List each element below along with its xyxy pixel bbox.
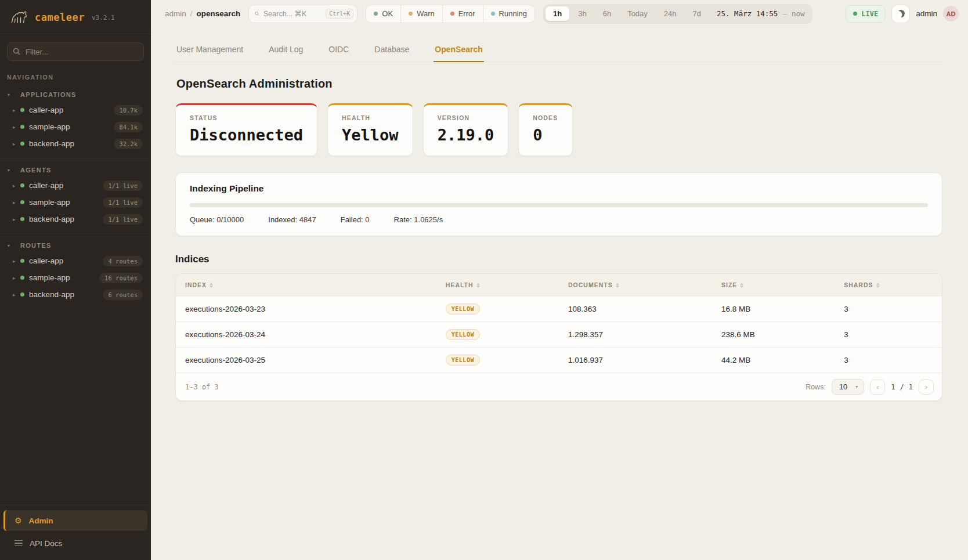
column-header-index[interactable]: INDEX	[176, 274, 436, 296]
cell-shards: 3	[835, 298, 942, 320]
stat-value: 0	[533, 126, 558, 144]
table-header-row: INDEX HEALTH DOCUMENTS SIZE SHARDS	[176, 274, 942, 296]
navigation-label: NAVIGATION	[0, 63, 151, 83]
column-header-size[interactable]: SIZE	[712, 274, 835, 296]
status-dot	[20, 200, 24, 204]
content: User Management Audit Log OIDC Database …	[151, 27, 968, 560]
section-label: AGENTS	[20, 167, 52, 174]
column-header-health[interactable]: HEALTH	[436, 274, 559, 296]
stat-value: Yellow	[342, 126, 399, 144]
rows-per-page-value: 10	[839, 382, 847, 391]
status-dot	[20, 292, 24, 297]
table-row[interactable]: executions-2026-03-25 YELLOW 1.016.937 4…	[176, 347, 942, 373]
page-indicator: 1 / 1	[891, 382, 913, 391]
global-search[interactable]: Ctrl+K	[248, 5, 357, 23]
sidebar-item-routes-sample-app[interactable]: ▸ sample-app 16 routes	[0, 269, 151, 286]
sidebar-item-applications-caller-app[interactable]: ▸ caller-app 10.7k	[0, 102, 151, 118]
breadcrumb-separator: /	[190, 9, 193, 18]
api-docs-label: API Docs	[30, 539, 62, 548]
table-row[interactable]: executions-2026-03-24 YELLOW 1.298.357 2…	[176, 321, 942, 347]
cell-index: executions-2026-03-24	[176, 323, 436, 346]
tab-opensearch[interactable]: OpenSearch	[434, 40, 483, 62]
time-range-1h[interactable]: 1h	[546, 6, 569, 21]
routes-badge: 16 routes	[99, 273, 143, 283]
live-toggle[interactable]: LIVE	[846, 5, 886, 23]
routes-badge: 6 routes	[103, 290, 143, 300]
status-dot	[20, 108, 24, 112]
status-dot	[20, 142, 24, 146]
sidebar-item-admin[interactable]: ⚙ Admin	[3, 510, 147, 531]
sidebar-item-applications-sample-app[interactable]: ▸ sample-app 84.1k	[0, 118, 151, 135]
date-range-display[interactable]: 25. März 14:55 — now	[717, 9, 804, 18]
cell-size: 238.6 MB	[712, 323, 835, 346]
dark-mode-toggle[interactable]	[891, 5, 910, 23]
sidebar-item-applications-backend-app[interactable]: ▸ backend-app 32.2k	[0, 135, 151, 152]
filter-warn-button[interactable]: Warn	[400, 5, 442, 23]
next-page-button[interactable]: ›	[919, 380, 934, 395]
avatar[interactable]: AD	[943, 6, 959, 21]
rows-per-page-label: Rows:	[806, 383, 826, 391]
tab-oidc[interactable]: OIDC	[327, 40, 350, 62]
sort-icon	[876, 283, 880, 288]
error-dot	[450, 12, 454, 16]
filter-label: Warn	[417, 9, 435, 18]
section-header-routes[interactable]: ▾ ROUTES	[0, 237, 151, 252]
filter-running-button[interactable]: Running	[483, 5, 534, 23]
stat-label: NODES	[533, 114, 558, 121]
section-header-applications[interactable]: ▾ APPLICATIONS	[0, 86, 151, 102]
gear-icon: ⚙	[15, 516, 22, 525]
breadcrumb-current: opensearch	[197, 9, 241, 18]
health-badge: YELLOW	[446, 304, 480, 315]
search-input[interactable]	[263, 10, 322, 18]
sidebar-item-routes-caller-app[interactable]: ▸ caller-app 4 routes	[0, 252, 151, 269]
filter-error-button[interactable]: Error	[442, 5, 483, 23]
search-icon	[255, 10, 259, 17]
indices-title: Indices	[175, 254, 942, 265]
table-row[interactable]: executions-2026-03-23 YELLOW 108.363 16.…	[176, 296, 942, 321]
cell-health: YELLOW	[436, 297, 559, 321]
rows-per-page-select[interactable]: 10 ▾	[832, 379, 864, 395]
tab-database[interactable]: Database	[373, 40, 410, 62]
sidebar-item-agents-backend-app[interactable]: ▸ backend-app 1/1 live	[0, 211, 151, 227]
filter-label: OK	[382, 9, 393, 18]
sort-icon	[210, 283, 213, 288]
tab-audit-log[interactable]: Audit Log	[268, 40, 304, 62]
stat-value: 2.19.0	[438, 126, 494, 144]
pipeline-stat-queue: Queue: 0/10000	[190, 215, 244, 224]
sidebar-item-api-docs[interactable]: API Docs	[3, 533, 147, 553]
cell-index: executions-2026-03-23	[176, 298, 436, 320]
time-range-today[interactable]: Today	[620, 6, 655, 21]
tab-user-management[interactable]: User Management	[175, 40, 244, 62]
pipeline-stat-failed: Failed: 0	[341, 215, 370, 224]
date-to: now	[792, 9, 805, 18]
prev-page-button[interactable]: ‹	[870, 380, 885, 395]
item-label: caller-app	[29, 256, 63, 265]
breadcrumb-admin[interactable]: admin	[165, 9, 186, 18]
sidebar-item-agents-sample-app[interactable]: ▸ sample-app 1/1 live	[0, 194, 151, 211]
time-range-7d[interactable]: 7d	[685, 6, 709, 21]
stat-label: HEALTH	[342, 114, 399, 121]
chevron-right-icon: ▸	[13, 124, 20, 130]
version-card: VERSION 2.19.0	[423, 103, 509, 156]
time-range-24h[interactable]: 24h	[656, 6, 684, 21]
filter-label: Running	[499, 9, 527, 18]
column-header-documents[interactable]: DOCUMENTS	[559, 274, 712, 296]
live-badge: 1/1 live	[103, 214, 143, 225]
sort-icon	[616, 283, 619, 288]
time-range-6h[interactable]: 6h	[595, 6, 619, 21]
column-header-shards[interactable]: SHARDS	[835, 274, 942, 296]
user-name: admin	[916, 9, 937, 18]
sort-icon	[740, 283, 743, 288]
row-range-label: 1-3 of 3	[185, 383, 219, 391]
item-label: caller-app	[29, 106, 63, 114]
sidebar-item-routes-backend-app[interactable]: ▸ backend-app 6 routes	[0, 286, 151, 303]
time-range-3h[interactable]: 3h	[570, 6, 594, 21]
sidebar-item-agents-caller-app[interactable]: ▸ caller-app 1/1 live	[0, 177, 151, 194]
cell-shards: 3	[835, 349, 942, 371]
filter-input[interactable]	[7, 42, 144, 61]
time-range-group: 1h 3h 6h Today 24h 7d 25. März 14:55 — n…	[543, 4, 812, 24]
section-header-agents[interactable]: ▾ AGENTS	[0, 162, 151, 177]
app-logo: cameleer v3.2.1	[0, 0, 151, 34]
filter-ok-button[interactable]: OK	[366, 5, 400, 23]
cell-health: YELLOW	[436, 348, 559, 373]
